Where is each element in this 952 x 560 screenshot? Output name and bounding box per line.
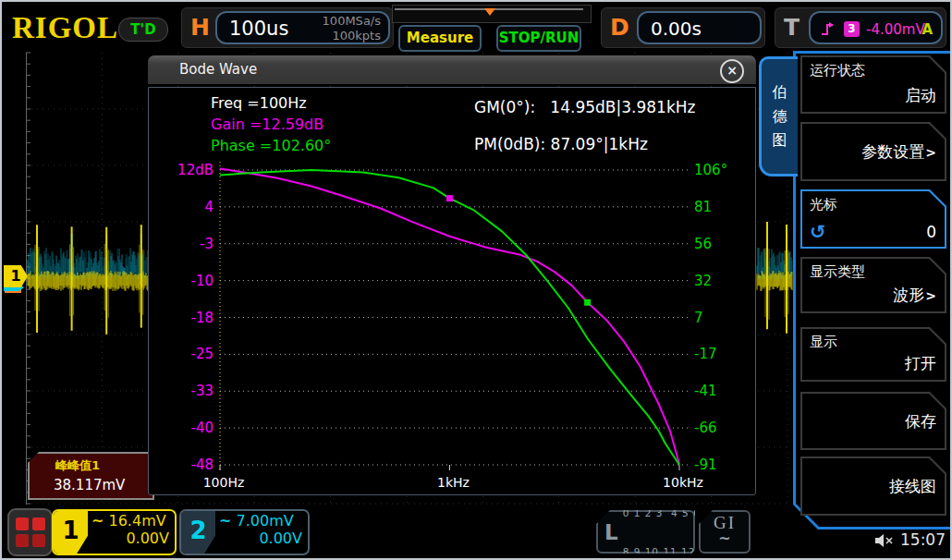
timebase-box: 100us 100MSa/s 100kpts xyxy=(215,11,390,44)
h-label: H xyxy=(190,14,210,41)
svg-text:-40: -40 xyxy=(191,420,214,436)
tab-char: 图 xyxy=(773,132,787,149)
channel2-status[interactable]: 2 ~ 7.00mV 0.00V xyxy=(179,509,310,555)
trigger-level: -4.00mV xyxy=(866,21,925,38)
chevron-right-icon: > xyxy=(925,145,936,160)
svg-text:100Hz: 100Hz xyxy=(203,475,245,490)
svg-text:12dB: 12dB xyxy=(177,162,214,178)
logic-label: L xyxy=(598,520,623,544)
svg-text:-91: -91 xyxy=(694,457,717,473)
ac-coupling-icon: ~ xyxy=(219,512,231,530)
gi-source-box[interactable]: GI ~ xyxy=(699,510,751,554)
ac-coupling-icon: ~ xyxy=(92,512,104,530)
close-icon[interactable]: × xyxy=(720,59,744,83)
menu-item-display-type[interactable]: 显示类型 波形> xyxy=(800,257,946,313)
menu-value: 参数设置 xyxy=(861,142,924,161)
svg-text:1kHz: 1kHz xyxy=(437,475,470,490)
menu-label: 光标 xyxy=(810,196,837,213)
menu-item-save[interactable]: 保存 xyxy=(800,392,946,450)
trigger-box: 3 -4.00mV A xyxy=(809,11,943,44)
tab-char: 伯 xyxy=(773,84,787,101)
menu-label: 运行状态 xyxy=(810,62,865,79)
memory-position-bar[interactable] xyxy=(392,5,592,23)
delay-box: 0.00s xyxy=(637,11,762,44)
channel2-offset: 0.00V xyxy=(219,530,302,547)
delay-group[interactable]: D 0.00s xyxy=(601,7,765,48)
channel1-status[interactable]: 1 ~ 16.4mV 0.00V xyxy=(52,509,177,555)
tab-bode-plot[interactable]: 伯 德 图 xyxy=(759,56,798,177)
delay-value: 0.00s xyxy=(651,18,702,40)
cursor-gain-readout: Gain =12.59dB xyxy=(211,116,323,133)
menu-value: 接线图 xyxy=(889,476,936,497)
svg-text:32: 32 xyxy=(694,273,712,289)
menu-item-display[interactable]: 显示 打开 xyxy=(800,327,946,382)
bode-chart-area: 12dB106°481-356-1032-187-25-17-33-41-40-… xyxy=(148,87,756,495)
svg-text:4: 4 xyxy=(204,199,214,215)
menu-grid-button[interactable] xyxy=(7,508,53,556)
stop-run-button[interactable]: STOP/RUN xyxy=(496,25,581,52)
dialog-title: Bode Wave xyxy=(179,61,257,78)
svg-text:-25: -25 xyxy=(191,346,214,362)
menu-value: 0 xyxy=(926,223,936,241)
svg-text:7: 7 xyxy=(694,310,703,326)
d-label: D xyxy=(610,14,629,41)
measurement-box[interactable]: 峰峰值1 38.117mV xyxy=(28,452,154,500)
dialog-titlebar[interactable]: Bode Wave × xyxy=(148,55,756,84)
svg-text:56: 56 xyxy=(694,236,712,252)
trigger-source-badge: 3 xyxy=(844,21,860,37)
svg-text:-48: -48 xyxy=(191,457,214,473)
tab-char: 德 xyxy=(773,108,787,125)
trigger-status-badge: T'D xyxy=(118,18,168,42)
gain-margin-readout: GM(0°): 14.95dB|3.981kHz xyxy=(474,98,695,116)
menu-item-parameter-settings[interactable]: 参数设置> xyxy=(800,122,946,181)
menu-value: 保存 xyxy=(905,410,936,432)
svg-text:10kHz: 10kHz xyxy=(663,475,703,490)
svg-text:-33: -33 xyxy=(191,383,214,399)
menu-item-cursor[interactable]: 光标 ↺ 0 xyxy=(800,189,946,249)
svg-text:-17: -17 xyxy=(694,346,717,362)
bode-wave-dialog: 12dB106°481-356-1032-187-25-17-33-41-40-… xyxy=(148,55,756,495)
menu-item-wiring-diagram[interactable]: 接线图 xyxy=(800,457,946,516)
measurement-label: 峰峰值1 xyxy=(55,457,100,474)
menu-label: 显示类型 xyxy=(810,263,865,281)
menu-item-run-state[interactable]: 运行状态 启动 xyxy=(800,55,946,114)
sine-wave-icon: ~ xyxy=(701,532,749,545)
cursor-freq-readout: Freq =100Hz xyxy=(211,94,307,112)
measure-button[interactable]: Measure xyxy=(398,25,482,52)
sample-rate: 100MSa/s xyxy=(323,14,381,29)
menu-label: 显示 xyxy=(810,334,837,351)
channel1-offset: 0.00V xyxy=(92,530,169,547)
svg-text:106°: 106° xyxy=(694,162,727,178)
phase-margin-readout: PM(0dB): 87.09°|1kHz xyxy=(474,135,648,153)
svg-text:-41: -41 xyxy=(694,383,717,399)
logic-channels-box[interactable]: L 0 1 2 3 4 5 6 7 8 9 10 11 12 13 14 15 xyxy=(596,510,695,554)
svg-text:-3: -3 xyxy=(200,236,214,252)
channel2-number: 2 xyxy=(181,511,215,554)
svg-text:-66: -66 xyxy=(694,420,717,436)
rotate-knob-icon: ↺ xyxy=(810,221,826,243)
menu-value: 打开 xyxy=(905,353,936,374)
rigol-logo: RIGOL xyxy=(12,11,118,45)
channel1-number: 1 xyxy=(54,511,88,554)
trigger-edge-icon xyxy=(820,20,836,37)
t-label: T xyxy=(784,14,799,41)
measurement-value: 38.117mV xyxy=(54,477,125,493)
trigger-group[interactable]: T 3 -4.00mV A xyxy=(775,7,946,48)
timebase-value: 100us xyxy=(229,18,288,40)
cursor-phase-readout: Phase =102.60° xyxy=(211,137,331,154)
clock: 15:07 xyxy=(900,530,946,549)
mute-speaker-icon xyxy=(874,533,895,548)
channel1-vpp: 16.4mV xyxy=(109,512,166,530)
svg-text:81: 81 xyxy=(694,199,712,215)
channel2-vpp: 7.00mV xyxy=(237,512,294,530)
memory-depth: 100kpts xyxy=(323,29,381,43)
horizontal-timebase-group[interactable]: H 100us 100MSa/s 100kpts xyxy=(181,7,394,48)
svg-text:-18: -18 xyxy=(191,310,214,326)
menu-value: 启动 xyxy=(905,85,936,106)
menu-value: 波形 xyxy=(893,286,924,304)
svg-text:-10: -10 xyxy=(191,273,214,289)
trigger-coupling: A xyxy=(921,21,933,38)
chevron-right-icon: > xyxy=(925,288,936,303)
